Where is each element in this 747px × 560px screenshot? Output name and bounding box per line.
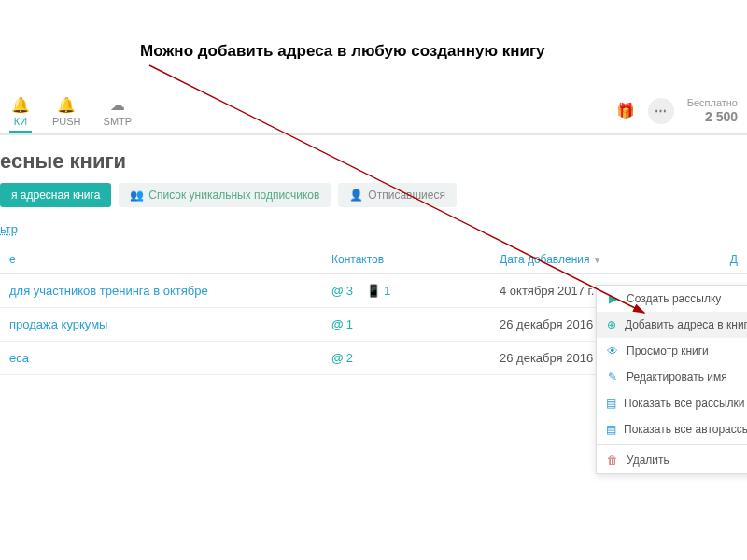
users-icon: 👥 <box>130 189 144 202</box>
button-label: я адресная книга <box>11 189 100 202</box>
tab-label: PUSH <box>52 116 81 127</box>
page-title: есные книги <box>0 149 747 183</box>
col-date[interactable]: Дата добавления▼ <box>490 245 721 274</box>
menu-add-addresses[interactable]: ⊕ Добавить адреса в книгу <box>597 312 747 338</box>
menu-show-campaigns[interactable]: ▤ Показать все рассылки по кн <box>597 390 747 416</box>
cell-name: продажа куркумы <box>0 308 322 342</box>
at-icon: @ <box>331 284 344 298</box>
cloud-icon: ☁ <box>110 96 125 114</box>
list-icon: ▤ <box>606 423 616 436</box>
tab-label: КИ <box>14 116 27 127</box>
bell-icon: 🔔 <box>11 96 30 114</box>
cell-name: еса <box>0 342 322 375</box>
book-link[interactable]: для участников тренинга в октябре <box>9 284 208 298</box>
cell-name: для участников тренинга в октябре <box>0 274 322 308</box>
menu-label: Показать все рассылки по кн <box>624 397 747 410</box>
trash-icon: 🗑 <box>606 454 619 467</box>
menu-label: Создать рассылку <box>627 292 721 305</box>
cell-contacts: @2 <box>322 342 490 375</box>
book-link[interactable]: еса <box>9 351 29 365</box>
menu-create-campaign[interactable]: ▶ Создать рассылку <box>597 286 747 312</box>
cell-contacts: @3📱1 <box>322 274 490 308</box>
plan-label: Бесплатно <box>687 97 738 109</box>
filter-link[interactable]: ьтр <box>0 218 18 245</box>
menu-label: Добавить адреса в книгу <box>625 318 747 331</box>
email-count: @2 <box>331 351 353 365</box>
tab-email[interactable]: 🔔 КИ <box>9 92 32 133</box>
at-icon: @ <box>331 351 344 365</box>
unique-subscribers-button[interactable]: 👥 Список уникальных подписчиков <box>119 183 331 207</box>
new-address-book-button[interactable]: я адресная книга <box>0 183 111 207</box>
bell-icon: 🔔 <box>57 96 76 114</box>
cell-contacts: @1 <box>322 308 490 342</box>
menu-divider <box>597 444 747 445</box>
sort-down-icon: ▼ <box>592 255 601 265</box>
menu-view-book[interactable]: 👁 Просмотр книги <box>597 338 747 364</box>
phone-count: 📱1 <box>366 284 390 298</box>
plan-info: Бесплатно 2 500 <box>687 97 738 125</box>
unsubscribed-button[interactable]: 👤 Отписавшиеся <box>338 183 457 207</box>
menu-edit-name[interactable]: ✎ Редактировать имя <box>597 364 747 390</box>
button-label: Отписавшиеся <box>368 189 445 202</box>
button-label: Список уникальных подписчиков <box>148 189 319 202</box>
book-link[interactable]: продажа куркумы <box>9 317 107 331</box>
menu-show-autocampaigns[interactable]: ▤ Показать все авторассылки п <box>597 416 747 442</box>
plan-count: 2 500 <box>687 109 738 125</box>
play-icon: ▶ <box>606 292 619 305</box>
email-count: @3 <box>331 284 353 298</box>
user-icon: 👤 <box>349 189 363 202</box>
phone-icon: 📱 <box>366 284 381 298</box>
pencil-icon: ✎ <box>606 371 619 384</box>
at-icon: @ <box>331 317 344 331</box>
eye-icon: 👁 <box>606 344 619 357</box>
gift-icon[interactable]: 🎁 <box>616 102 635 119</box>
col-contacts[interactable]: Контактов <box>322 245 490 274</box>
tab-smtp[interactable]: ☁ SMTP <box>102 92 134 131</box>
menu-label: Просмотр книги <box>627 344 709 357</box>
more-menu-button[interactable]: ⋯ <box>648 98 674 124</box>
menu-delete[interactable]: 🗑 Удалить <box>597 447 747 473</box>
menu-label: Удалить <box>627 454 669 467</box>
menu-label: Показать все авторассылки п <box>624 423 747 436</box>
col-name[interactable]: е <box>0 245 322 274</box>
top-navigation: 🔔 КИ 🔔 PUSH ☁ SMTP 🎁 ⋯ Бесплатно 2 500 <box>0 89 747 135</box>
menu-label: Редактировать имя <box>627 371 727 384</box>
list-icon: ▤ <box>606 397 616 410</box>
plus-circle-icon: ⊕ <box>606 318 617 331</box>
email-count: @1 <box>331 317 353 331</box>
tab-label: SMTP <box>104 116 133 127</box>
row-context-menu: ▶ Создать рассылку ⊕ Добавить адреса в к… <box>596 285 747 474</box>
col-actions: Д <box>721 245 747 274</box>
annotation-text: Можно добавить адреса в любую созданную … <box>140 42 545 61</box>
tab-push[interactable]: 🔔 PUSH <box>50 92 83 131</box>
